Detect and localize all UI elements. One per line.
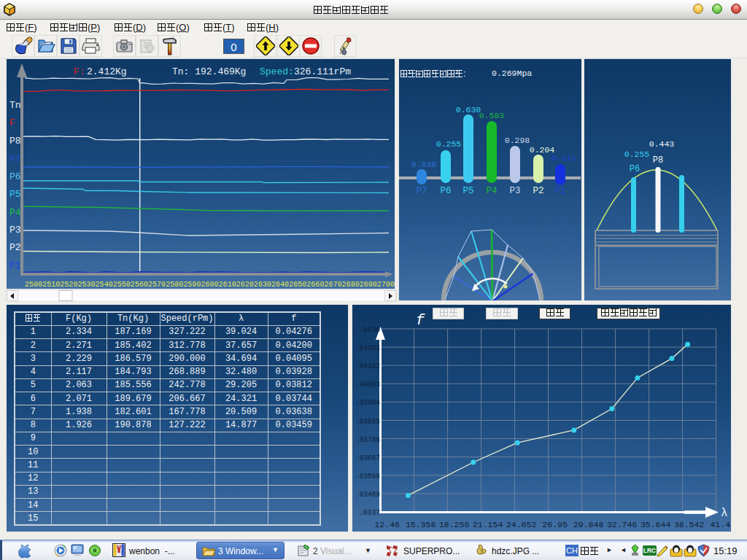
svg-text:Tn: 192.469Kg: Tn: 192.469Kg [172, 66, 246, 77]
svg-text:P6: P6 [9, 171, 21, 182]
svg-text:P6: P6 [440, 186, 451, 196]
svg-text:24.052: 24.052 [506, 520, 537, 529]
svg-text:41.44: 41.44 [710, 520, 731, 529]
svg-text:P1: P1 [9, 260, 21, 271]
svg-text:.03766: .03766 [355, 435, 380, 444]
svg-text:P2: P2 [9, 242, 21, 253]
svg-text:P5: P5 [462, 186, 473, 196]
svg-text:λ: λ [721, 507, 728, 520]
svg-text:.04162: .04162 [355, 361, 380, 370]
svg-text:326.111rPm: 326.111rPm [294, 66, 351, 77]
svg-text:Speed:: Speed: [260, 66, 294, 77]
svg-text:29.848: 29.848 [573, 520, 604, 529]
svg-text:0.038: 0.038 [411, 160, 437, 169]
svg-text:.0337: .0337 [359, 508, 380, 517]
svg-text:.04261: .04261 [355, 343, 380, 352]
svg-text:0.298: 0.298 [505, 136, 530, 145]
svg-text:26.95: 26.95 [542, 520, 568, 529]
svg-text:35.644: 35.644 [640, 520, 671, 529]
svg-text:.03469: .03469 [355, 489, 380, 499]
svg-text:2.412Kg: 2.412Kg [87, 66, 127, 77]
svg-text:P6: P6 [630, 164, 640, 174]
svg-text:0.443: 0.443 [649, 139, 675, 149]
svg-text:f: f [416, 312, 425, 329]
svg-text:.04063: .04063 [355, 379, 380, 389]
svg-text:0.255: 0.255 [436, 139, 462, 149]
svg-text:P4: P4 [486, 186, 497, 196]
svg-text:.0436: .0436 [359, 324, 380, 334]
svg-text:.03667: .03667 [355, 453, 380, 462]
svg-text:P2: P2 [533, 186, 543, 196]
svg-text:P8: P8 [9, 136, 21, 147]
svg-text:P7: P7 [9, 154, 21, 165]
svg-text:F: F [9, 117, 15, 128]
svg-text:P3: P3 [509, 186, 520, 196]
svg-text:.03964: .03964 [355, 397, 380, 407]
svg-text:18.256: 18.256 [439, 520, 470, 529]
svg-text:250025102520253025402550256025: 2500251025202530254025502560257025802590… [25, 279, 395, 289]
svg-text:12.46: 12.46 [374, 520, 400, 529]
svg-text:P5: P5 [9, 189, 21, 200]
svg-text:P4: P4 [9, 207, 21, 218]
svg-text:21.154: 21.154 [473, 520, 503, 529]
svg-text:0.111: 0.111 [551, 153, 577, 163]
svg-text:0.630: 0.630 [456, 105, 481, 114]
svg-text:15.358: 15.358 [406, 520, 436, 529]
svg-text:.03568: .03568 [355, 471, 380, 481]
svg-text:0.583: 0.583 [479, 111, 505, 120]
svg-text:F:: F: [74, 66, 85, 77]
svg-text:P3: P3 [9, 225, 21, 236]
svg-text:0.255: 0.255 [624, 149, 650, 159]
svg-text:P1: P1 [554, 186, 565, 196]
svg-text:Tn: Tn [9, 100, 21, 111]
svg-text:32.746: 32.746 [607, 520, 638, 529]
svg-text:P7: P7 [416, 186, 427, 196]
svg-text:P8: P8 [653, 155, 663, 166]
svg-text:38.542: 38.542 [674, 520, 705, 529]
svg-text:.03865: .03865 [355, 416, 380, 426]
